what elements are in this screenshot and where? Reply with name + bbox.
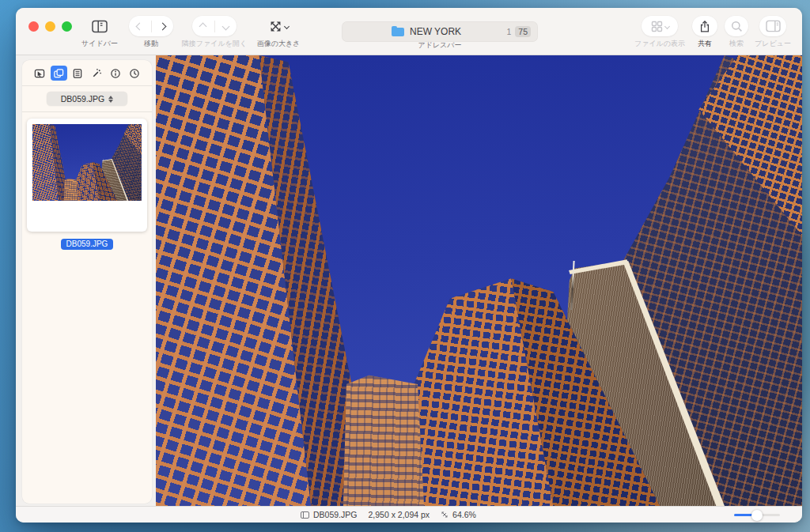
file-display-label: ファイルの表示 [634,39,685,49]
chevron-down-icon [283,23,289,28]
image-viewport[interactable] [156,55,802,506]
thumbnail-card[interactable] [27,119,147,232]
share-icon [698,20,711,33]
toolbar: サイドバー 移動 隣接ファイルを開く [16,8,802,55]
sidebar-panel: DB059.JPG DB059.JPG [22,60,152,504]
photo-new-york-skyscrapers [156,55,802,506]
photos-icon [53,68,64,79]
sidebar-toggle-label: サイドバー [81,39,118,49]
chevron-right-icon [158,22,166,30]
image-size-group: 画像の大きさ [253,15,304,49]
share-button[interactable] [692,16,717,36]
app-window: サイドバー 移動 隣接ファイルを開く [16,8,802,523]
status-zoom-level: 64.6% [452,510,476,519]
zoom-slider[interactable] [734,514,780,516]
move-group: 移動 [129,15,173,49]
address-bar-label: アドレスバー [418,40,461,51]
browse-icon [34,68,45,79]
move-label: 移動 [144,39,158,49]
image-size-label: 画像の大きさ [257,39,301,49]
status-bar: DB059.JPG 2,950 x 2,094 px 64.6% [16,506,802,523]
tab-browse[interactable] [32,66,48,81]
expand-arrows-icon [269,20,282,33]
forward-button[interactable] [152,24,174,29]
preview-button[interactable] [759,16,786,36]
chevron-down-icon [664,23,669,28]
search-group: 検索 [721,15,751,49]
share-group: 共有 [689,15,721,49]
address-bar-label-group: アドレスバー [342,15,538,51]
previous-file-button[interactable] [192,24,214,29]
tab-adjust[interactable] [89,66,105,81]
zoom-level-icon [441,511,449,519]
status-dimensions-item: 2,950 x 2,094 px [368,510,430,519]
zoom-slider-knob[interactable] [751,510,763,521]
status-dimensions: 2,950 x 2,094 px [368,510,430,519]
thumbnail-label-row: DB059.JPG [22,236,152,250]
sidebar-toggle-button[interactable] [92,20,108,33]
sidebar-tab-row [22,60,152,86]
preview-group: プレビュー [753,15,793,49]
close-button[interactable] [28,21,39,32]
tab-photos[interactable] [51,66,67,81]
info-icon [110,68,121,79]
traffic-lights [28,21,72,32]
file-select-dropdown[interactable]: DB059.JPG [47,92,127,106]
image-file-icon [301,511,309,519]
updown-chevrons-icon [108,96,113,103]
next-file-button[interactable] [215,24,237,29]
minimize-button[interactable] [45,21,55,32]
status-zoom-item: 64.6% [441,510,476,519]
file-select-row: DB059.JPG [22,86,152,112]
status-info: DB059.JPG 2,950 x 2,094 px 64.6% [301,507,476,523]
sidebar-icon [92,20,108,33]
preview-label: プレビュー [755,39,791,49]
sidebar-toggle-group: サイドバー [78,15,122,49]
status-filename-item: DB059.JPG [301,510,357,519]
thumbnail-photo [32,124,142,209]
adjacent-file-group: 隣接ファイルを開く [179,15,250,49]
tab-info[interactable] [108,66,124,81]
file-display-button[interactable] [642,16,678,36]
adjacent-file-label: 隣接ファイルを開く [182,39,247,49]
status-filename: DB059.JPG [313,510,357,519]
chevron-up-icon [199,22,207,30]
clock-icon [129,68,140,79]
grid-view-icon [651,21,663,32]
thumbnail-filename-badge[interactable]: DB059.JPG [61,239,114,250]
search-button[interactable] [725,16,748,36]
share-label: 共有 [698,39,712,49]
photo-new-york-skyscrapers [32,124,142,201]
search-icon [731,21,743,32]
zoom-button[interactable] [62,21,72,32]
file-display-group: ファイルの表示 [638,15,682,49]
magic-wand-icon [91,68,102,79]
tab-list[interactable] [70,66,86,81]
list-icon [72,68,83,79]
file-select-value: DB059.JPG [61,94,104,104]
back-button[interactable] [129,24,151,29]
preview-panel-icon [766,20,781,32]
chevron-down-icon [221,22,229,30]
tab-history[interactable] [127,66,143,81]
image-size-button[interactable] [269,20,289,33]
search-label: 検索 [729,39,744,49]
chevron-left-icon [136,22,144,30]
